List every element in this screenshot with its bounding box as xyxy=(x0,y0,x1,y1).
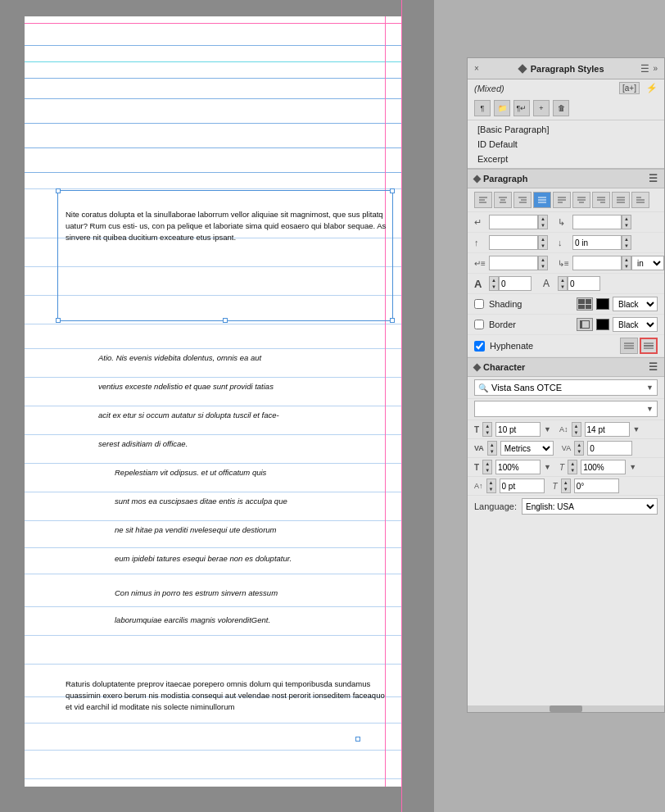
character-section-menu[interactable]: ☰ xyxy=(649,361,658,373)
folder-icon[interactable]: 📁 xyxy=(494,100,510,116)
first-indent-input[interactable] xyxy=(489,256,538,270)
last-indent-spinner[interactable]: ▲▼ xyxy=(622,256,631,270)
panel-scrollbar[interactable] xyxy=(468,705,664,712)
space-before-input[interactable] xyxy=(489,235,538,250)
paragraph-section-menu[interactable]: ☰ xyxy=(649,173,658,184)
last-indent-icon: ↳≡ xyxy=(558,259,569,268)
kerning-select[interactable]: MetricsOptical0 xyxy=(500,441,554,456)
tracking-spinner[interactable]: ▲▼ xyxy=(574,441,584,456)
align-center-btn[interactable] xyxy=(494,192,512,208)
scale-x-icon: T xyxy=(474,463,479,472)
border-checkbox[interactable] xyxy=(474,320,484,329)
leading-input[interactable] xyxy=(585,422,630,437)
character-section-header[interactable]: Character ☰ xyxy=(468,357,664,377)
shading-row: Shading BlackWhiteNone xyxy=(468,294,664,315)
hyphenate-icon-1[interactable] xyxy=(620,338,638,354)
shading-label: Shading xyxy=(489,299,522,309)
indent-left-input[interactable] xyxy=(489,215,538,229)
paragraph-icon[interactable]: ¶ xyxy=(474,100,491,116)
font-style-dropdown[interactable]: ▼ xyxy=(474,401,658,417)
space-before-spinner[interactable]: ▲▼ xyxy=(538,235,548,250)
font-size-spinner[interactable]: ▲▼ xyxy=(482,422,492,437)
first-indent-spinner[interactable]: ▲▼ xyxy=(538,256,548,270)
handle-tl[interactable] xyxy=(56,188,61,193)
language-select[interactable]: English: USA English: UK French xyxy=(522,498,658,515)
hyphenate-label: Hyphenate xyxy=(490,341,533,351)
indent-right-spinner[interactable]: ▲▼ xyxy=(622,215,631,229)
align-left-btn[interactable] xyxy=(474,192,492,208)
space-before-input-group: ▲▼ xyxy=(489,235,548,250)
shading-checkbox[interactable] xyxy=(474,299,484,309)
font-dropdown-arrow[interactable]: ▼ xyxy=(646,383,654,392)
skew-spinner[interactable]: ▲▼ xyxy=(561,479,571,493)
panel-collapse-button[interactable]: » xyxy=(653,64,658,73)
last-indent-input[interactable] xyxy=(572,256,622,270)
align-justify-right-btn[interactable] xyxy=(592,192,610,208)
style-id-default[interactable]: ID Default xyxy=(468,137,664,152)
hyphenate-checkbox[interactable] xyxy=(474,341,485,352)
align-grid-spinner[interactable]: ▲▼ xyxy=(558,276,568,291)
panel-close-button[interactable]: × xyxy=(474,64,479,73)
style-excerpt[interactable]: Excerpt xyxy=(468,152,664,166)
mixed-lightning-icon[interactable]: ⚡ xyxy=(646,83,658,93)
handle-bottom-right[interactable] xyxy=(355,737,360,742)
ruler-line-7 xyxy=(25,377,401,378)
skew-input[interactable] xyxy=(574,479,619,493)
leading-dropdown-arrow[interactable]: ▼ xyxy=(633,425,640,433)
leading-spinner[interactable]: ▲▼ xyxy=(572,422,581,437)
mixed-a-icon[interactable]: [a+] xyxy=(619,82,640,94)
font-style-input[interactable] xyxy=(478,404,646,414)
style-basic-paragraph[interactable]: [Basic Paragraph] xyxy=(468,122,664,137)
text-block-10: Con nimus in porro tes estrum sinvern at… xyxy=(115,587,385,599)
shading-color-select[interactable]: BlackWhiteNone xyxy=(613,297,658,311)
hyphenate-icon-2[interactable] xyxy=(640,338,658,354)
align-justify-center-btn[interactable] xyxy=(572,192,590,208)
kerning-spinner[interactable]: ▲▼ xyxy=(487,441,497,456)
font-style-arrow[interactable]: ▼ xyxy=(646,405,654,413)
hyphenate-icons xyxy=(620,338,658,354)
handle-tr[interactable] xyxy=(390,188,395,193)
scale-y-dropdown[interactable]: ▼ xyxy=(629,463,636,471)
panel-menu-icon[interactable]: ☰ xyxy=(640,63,649,75)
align-justify-all-btn[interactable] xyxy=(612,192,630,208)
handle-bl[interactable] xyxy=(56,318,61,323)
paragraph-section-header[interactable]: Paragraph ☰ xyxy=(468,169,664,188)
guide-blue-4 xyxy=(25,123,401,124)
scale-y-input[interactable] xyxy=(581,460,626,474)
scale-x-dropdown[interactable]: ▼ xyxy=(544,463,551,471)
drop-cap-input[interactable] xyxy=(499,276,532,291)
tracking-input[interactable] xyxy=(587,441,632,456)
font-size-input[interactable] xyxy=(495,422,541,437)
align-justify-left-btn[interactable] xyxy=(553,192,571,208)
font-size-dropdown-arrow[interactable]: ▼ xyxy=(544,425,551,433)
handle-bc[interactable] xyxy=(223,318,228,323)
align-last-btn[interactable] xyxy=(631,192,649,208)
font-size-icon: T xyxy=(474,425,479,434)
guide-pink-top xyxy=(25,23,401,24)
add-style-icon[interactable]: + xyxy=(533,100,550,116)
indent-left-spinner[interactable]: ▲▼ xyxy=(538,215,548,229)
align-justify-btn[interactable] xyxy=(533,192,551,208)
space-after-spinner[interactable]: ▲▼ xyxy=(622,235,631,250)
handle-br[interactable] xyxy=(390,318,395,323)
tracking-icon: VA xyxy=(562,444,571,452)
space-after-input[interactable] xyxy=(572,235,622,250)
indent-right-input[interactable] xyxy=(572,215,622,229)
font-name-input[interactable] xyxy=(491,383,646,392)
indent-unit-select[interactable]: inmmpt xyxy=(631,256,664,270)
delete-style-icon[interactable]: 🗑 xyxy=(553,100,569,116)
drop-cap-spinner[interactable]: ▲▼ xyxy=(489,276,499,291)
border-row: Border BlackWhiteNone xyxy=(468,315,664,335)
baseline-input[interactable] xyxy=(500,479,545,493)
last-indent-input-group: ▲▼ inmmpt xyxy=(572,256,664,270)
scale-x-spinner[interactable]: ▲▼ xyxy=(482,460,492,474)
align-right-btn[interactable] xyxy=(513,192,532,208)
pi-icon[interactable]: ¶↵ xyxy=(513,100,530,116)
scrollbar-thumb[interactable] xyxy=(550,705,582,712)
border-color-select[interactable]: BlackWhiteNone xyxy=(613,317,658,332)
v-guide-right xyxy=(401,0,402,812)
scale-y-spinner[interactable]: ▲▼ xyxy=(568,460,577,474)
scale-x-input[interactable] xyxy=(495,460,541,474)
baseline-spinner[interactable]: ▲▼ xyxy=(486,479,496,493)
align-grid-input[interactable] xyxy=(568,276,600,291)
